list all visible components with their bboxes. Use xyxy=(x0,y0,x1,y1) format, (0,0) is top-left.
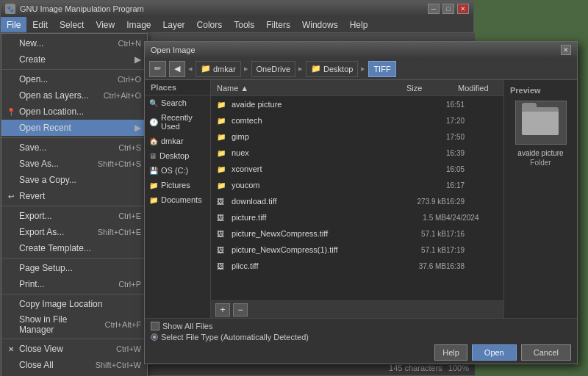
menu-bar: File Edit Select View Image Layer Colors… xyxy=(1,17,473,33)
breadcrumb-sep-3: ▸ xyxy=(298,64,303,73)
file-row-comtech[interactable]: 📁 comtech 17:20 xyxy=(211,112,503,129)
menu-item-save-copy[interactable]: Save a Copy... xyxy=(1,172,147,188)
open-image-dialog: Open Image ✕ ✏ ◀ ◂ 📁 dmkar ▸ OneDrive ▸ … xyxy=(144,41,578,364)
title-bar: 🐾 GNU Image Manipulation Program ─ □ ✕ xyxy=(1,1,473,17)
show-all-row: Show All Files xyxy=(151,322,571,330)
menu-item-open-recent[interactable]: Open Recent ▶ xyxy=(1,120,147,136)
zoom-level-label: 100% xyxy=(448,364,469,372)
file-row-gimp[interactable]: 📁 gimp 17:50 xyxy=(211,129,503,145)
show-all-checkbox-box[interactable] xyxy=(151,322,159,330)
tiff-icon: 🖼 xyxy=(217,198,229,206)
tiff-icon: 🖼 xyxy=(217,262,229,270)
menu-item-export[interactable]: Export... Ctrl+E xyxy=(1,208,147,224)
breadcrumb-desktop[interactable]: 📁 Desktop xyxy=(306,61,358,77)
file-row-picture-newx1[interactable]: 🖼 picture_NewxCompress(1).tiff 57.1 kB 1… xyxy=(211,242,503,258)
help-button[interactable]: Help xyxy=(434,344,467,361)
dropdown-section-4: Export... Ctrl+E Export As... Shift+Ctrl… xyxy=(1,206,147,258)
breadcrumb-dmkar[interactable]: 📁 dmkar xyxy=(196,61,241,77)
file-type-label: Select File Type (Automatically Detected… xyxy=(161,333,309,341)
dropdown-section-5: Page Setup... Print... Ctrl+P xyxy=(1,258,147,294)
add-button[interactable]: + xyxy=(215,303,230,317)
close-button[interactable]: ✕ xyxy=(457,4,469,14)
menu-help[interactable]: Help xyxy=(344,17,374,32)
file-row-download-tiff[interactable]: 🖼 download.tiff 273.9 kB 16:29 xyxy=(211,193,503,209)
preview-image xyxy=(515,101,567,145)
place-os-c[interactable]: 💾 OS (C:) xyxy=(145,163,210,178)
menu-select[interactable]: Select xyxy=(54,17,90,32)
remove-button[interactable]: − xyxy=(233,303,248,317)
breadcrumb-sep-2: ▸ xyxy=(244,64,248,73)
preview-panel: Preview avaide picture Folder xyxy=(503,80,577,318)
col-header-modified[interactable]: Modified xyxy=(452,80,503,95)
menu-item-create-template[interactable]: Create Template... xyxy=(1,240,147,256)
menu-item-create[interactable]: Create ▶ xyxy=(1,51,147,68)
back-button[interactable]: ◀ xyxy=(169,61,185,77)
place-dmkar[interactable]: 🏠 dmkar xyxy=(145,134,210,148)
open-button[interactable]: Open xyxy=(472,344,517,361)
place-documents[interactable]: 📁 Documents xyxy=(145,192,210,207)
cancel-button[interactable]: Cancel xyxy=(521,344,571,361)
menu-layer[interactable]: Layer xyxy=(157,17,191,32)
breadcrumb-tiff[interactable]: TIFF xyxy=(368,61,395,77)
folder-icon: 📁 xyxy=(217,101,229,109)
place-search[interactable]: 🔍 Search xyxy=(145,95,210,110)
menu-item-open-location[interactable]: 📍 Open Location... xyxy=(1,104,147,120)
menu-edit[interactable]: Edit xyxy=(26,17,54,32)
window-controls: ─ □ ✕ xyxy=(428,4,469,14)
file-list: 📁 avaide picture 16:51 📁 comtech 17:20 📁… xyxy=(211,96,503,300)
menu-item-revert[interactable]: ↩ Revert xyxy=(1,188,147,204)
dialog-toolbar: ✏ ◀ ◂ 📁 dmkar ▸ OneDrive ▸ 📁 Desktop ▸ T… xyxy=(145,58,577,80)
col-header-size[interactable]: Size xyxy=(401,80,452,95)
menu-item-save[interactable]: Save... Ctrl+S xyxy=(1,140,147,156)
dialog-close-button[interactable]: ✕ xyxy=(561,45,571,55)
menu-item-save-as[interactable]: Save As... Shift+Ctrl+S xyxy=(1,156,147,172)
menu-item-close-view[interactable]: ✕ Close View Ctrl+W xyxy=(1,341,147,357)
file-row-avaide[interactable]: 📁 avaide picture 16:51 xyxy=(211,96,503,112)
file-type-radio-dot[interactable] xyxy=(151,333,158,341)
place-desktop[interactable]: 🖥 Desktop xyxy=(145,148,210,163)
menu-filters[interactable]: Filters xyxy=(260,17,296,32)
file-row-xconvert[interactable]: 📁 xconvert 16:05 xyxy=(211,161,503,177)
dropdown-section-3: Save... Ctrl+S Save As... Shift+Ctrl+S S… xyxy=(1,138,147,206)
menu-tools[interactable]: Tools xyxy=(228,17,260,32)
place-pictures[interactable]: 📁 Pictures xyxy=(145,178,210,192)
menu-item-show-file-manager[interactable]: Show in File Manager Ctrl+Alt+F xyxy=(1,312,147,337)
menu-item-copy-location[interactable]: Copy Image Location xyxy=(1,296,147,312)
folder-icon: 📁 xyxy=(217,149,229,157)
menu-image[interactable]: Image xyxy=(121,17,157,32)
breadcrumb-onedrive[interactable]: OneDrive xyxy=(251,61,295,77)
col-header-name[interactable]: Name ▲ xyxy=(211,80,401,95)
menu-file[interactable]: File xyxy=(1,17,26,32)
menu-item-open[interactable]: Open... Ctrl+O xyxy=(1,71,147,87)
folder-icon: 📁 xyxy=(217,181,229,189)
show-all-files-label: Show All Files xyxy=(162,322,212,330)
pencil-button[interactable]: ✏ xyxy=(149,61,166,77)
app-title: GNU Image Manipulation Program xyxy=(20,4,423,13)
file-type-radio[interactable]: Select File Type (Automatically Detected… xyxy=(151,333,309,341)
menu-windows[interactable]: Windows xyxy=(296,17,344,32)
file-row-picture-newx[interactable]: 🖼 picture_NewxCompress.tiff 57.1 kB 17:1… xyxy=(211,225,503,242)
menu-view[interactable]: View xyxy=(90,17,121,32)
pictures-icon: 📁 xyxy=(149,181,158,189)
minimize-button[interactable]: ─ xyxy=(428,4,440,14)
maximize-button[interactable]: □ xyxy=(442,4,454,14)
file-row-youcom[interactable]: 📁 youcom 16:17 xyxy=(211,177,503,193)
menu-item-open-layers[interactable]: Open as Layers... Ctrl+Alt+O xyxy=(1,87,147,104)
menu-item-quit[interactable]: ⚡ Quit Ctrl+Q xyxy=(1,373,147,376)
menu-item-new[interactable]: New... Ctrl+N xyxy=(1,35,147,51)
file-type-row: Select File Type (Automatically Detected… xyxy=(151,333,571,341)
menu-item-export-as[interactable]: Export As... Shift+Ctrl+E xyxy=(1,224,147,240)
menu-item-close-all[interactable]: Close All Shift+Ctrl+W xyxy=(1,357,147,373)
file-row-plicc[interactable]: 🖼 plicc.tiff 37.6 MB 16:38 xyxy=(211,258,503,274)
file-row-picture-tiff[interactable]: 🖼 picture.tiff 1.5 MB 4/24/2024 xyxy=(211,209,503,225)
folder-icon-desktop: 📁 xyxy=(311,64,321,73)
file-row-nuex[interactable]: 📁 nuex 16:39 xyxy=(211,145,503,161)
file-list-header: Name ▲ Size Modified xyxy=(211,80,503,96)
place-recently-used[interactable]: 🕐 Recently Used xyxy=(145,110,210,134)
menu-item-page-setup[interactable]: Page Setup... xyxy=(1,260,147,276)
menu-colors[interactable]: Colors xyxy=(191,17,229,32)
show-all-files-checkbox[interactable]: Show All Files xyxy=(151,322,212,330)
menu-item-print[interactable]: Print... Ctrl+P xyxy=(1,276,147,292)
dialog-bottom: Show All Files Select File Type (Automat… xyxy=(145,318,577,364)
folder-icon: 📁 xyxy=(217,165,229,173)
